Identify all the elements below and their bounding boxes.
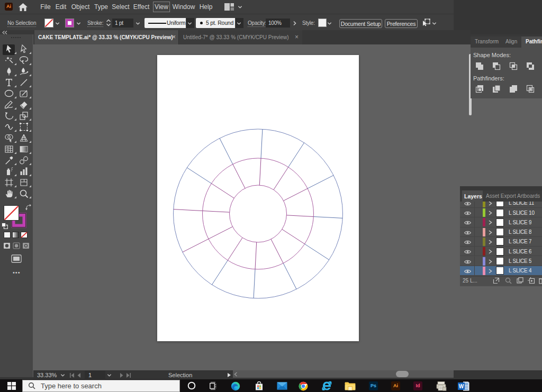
- svg-text:W: W: [459, 383, 464, 389]
